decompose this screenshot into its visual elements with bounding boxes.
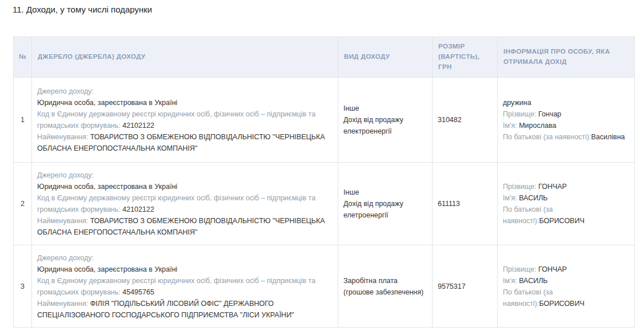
lastname-value: ГОНЧАР	[538, 265, 567, 273]
person-info-cell: Прізвище: ГОНЧАР Ім'я: ВАСИЛЬ По батьков…	[498, 163, 635, 245]
firstname-label: Ім'я:	[503, 122, 519, 130]
income-table: № ДЖЕРЕЛО (ДЖЕРЕЛА) ДОХОДУ ВИД ДОХОДУ РО…	[13, 37, 635, 328]
table-row: 3 Джерело доходу: Юридична особа, зареєс…	[14, 245, 635, 328]
income-type-cell: Заробітна плата (грошове забезпечення)	[338, 245, 433, 328]
source-name-label: Найменування:	[37, 133, 90, 141]
source-code: 42102122	[122, 205, 154, 213]
source-code-label: Код в Єдиному державному реєстрі юридичн…	[37, 194, 315, 213]
income-type-description: Дохід від продажу елетроенергії	[343, 198, 427, 221]
income-source-cell: Джерело доходу: Юридична особа, зареєстр…	[32, 163, 338, 245]
firstname-value: Мирослава	[519, 122, 556, 130]
firstname-value: ВАСИЛЬ	[519, 194, 547, 202]
header-person-info: ІНФОРМАЦІЯ ПРО ОСОБУ, ЯКА ОТРИМАЛА ДОХІД	[498, 37, 635, 78]
income-source-cell: Джерело доходу: Юридична особа, зареєстр…	[32, 78, 338, 163]
firstname-label: Ім'я:	[503, 194, 519, 202]
source-code: 45495765	[122, 288, 154, 296]
person-relation: дружина	[503, 97, 629, 108]
amount-cell: 611113	[433, 163, 498, 245]
source-entity: Юридична особа, зареєстрована в Україні	[37, 264, 333, 275]
patronymic-value: БОРИСОВИЧ	[539, 217, 585, 225]
income-type-cell: Інше Дохід від продажу елетроенергії	[338, 163, 433, 245]
patronymic-value: Василівна	[591, 133, 625, 141]
person-info-cell: Прізвище: ГОНЧАР Ім'я: ВАСИЛЬ По батьков…	[498, 245, 635, 328]
row-number: 3	[14, 245, 32, 328]
header-amount: РОЗМІР (ВАРТІСТЬ), ГРН	[433, 37, 498, 78]
income-type-cell: Інше Дохід від продажу електроенергії	[338, 78, 433, 163]
row-number: 1	[14, 78, 32, 163]
income-type-description: (грошове забезпечення)	[343, 286, 427, 298]
source-code: 42102122	[122, 122, 154, 130]
lastname-label: Прізвище:	[503, 110, 538, 118]
lastname-value: Гончар	[538, 110, 561, 118]
patronymic-value: БОРИСОВИЧ	[539, 300, 585, 308]
header-income-type: ВИД ДОХОДУ	[338, 37, 433, 78]
table-row: 2 Джерело доходу: Юридична особа, зареєс…	[14, 163, 635, 245]
lastname-label: Прізвище:	[503, 265, 538, 273]
lastname-label: Прізвище:	[503, 183, 538, 191]
header-income-source: ДЖЕРЕЛО (ДЖЕРЕЛА) ДОХОДУ	[32, 37, 338, 78]
source-code-label: Код в Єдиному державному реєстрі юридичн…	[37, 110, 315, 130]
firstname-label: Ім'я:	[503, 277, 519, 285]
income-table-container: № ДЖЕРЕЛО (ДЖЕРЕЛА) ДОХОДУ ВИД ДОХОДУ РО…	[13, 37, 634, 328]
row-number: 2	[14, 163, 32, 245]
table-row: 1 Джерело доходу: Юридична особа, зареєс…	[14, 78, 635, 163]
income-type: Заробітна плата	[343, 275, 427, 286]
page-title: 11. Доходи, у тому числі подарунки	[13, 5, 152, 14]
income-source-cell: Джерело доходу: Юридична особа, зареєстр…	[32, 245, 338, 328]
source-intro-label: Джерело доходу:	[37, 254, 94, 262]
table-header-row: № ДЖЕРЕЛО (ДЖЕРЕЛА) ДОХОДУ ВИД ДОХОДУ РО…	[14, 37, 635, 78]
source-intro-label: Джерело доходу:	[37, 171, 94, 179]
source-code-label: Код в Єдиному державному реєстрі юридичн…	[37, 277, 315, 296]
lastname-value: ГОНЧАР	[538, 183, 567, 191]
income-type: Інше	[343, 187, 427, 198]
source-name-label: Найменування:	[37, 217, 90, 225]
person-info-cell: дружина Прізвище: Гончар Ім'я: Мирослава…	[498, 78, 635, 163]
amount-cell: 310482	[433, 78, 498, 163]
income-type: Інше	[343, 103, 427, 114]
firstname-value: ВАСИЛЬ	[519, 277, 547, 285]
income-type-description: Дохід від продажу електроенергії	[343, 114, 427, 137]
source-name-label: Найменування:	[37, 300, 90, 308]
source-entity: Юридична особа, зареєстрована в Україні	[37, 181, 333, 192]
patronymic-label: По батькові (за наявності):	[503, 133, 591, 141]
source-intro-label: Джерело доходу:	[37, 87, 94, 95]
source-entity: Юридична особа, зареєстрована в Україні	[37, 97, 333, 108]
header-number: №	[14, 37, 32, 78]
amount-cell: 9575317	[433, 245, 498, 328]
